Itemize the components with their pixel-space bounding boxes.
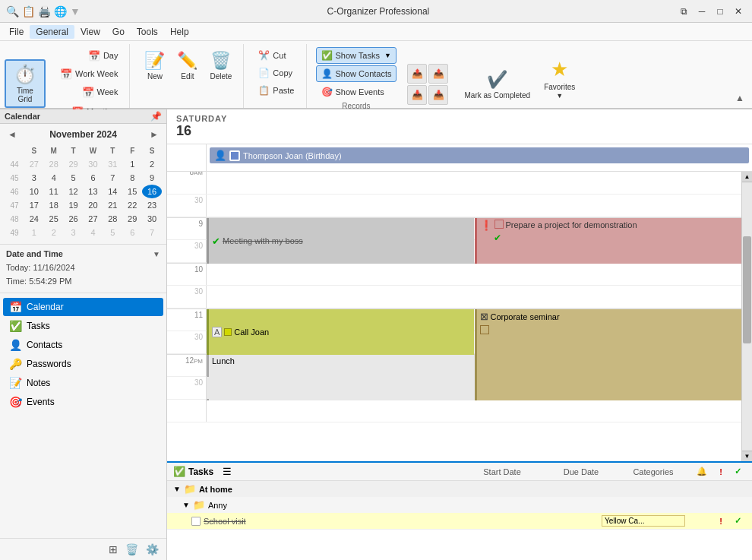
call-event[interactable]: A Call Joan [207, 309, 474, 355]
delete-btn[interactable]: 🗑️ Delete [204, 47, 237, 84]
mini-cal-day[interactable]: 29 [64, 157, 84, 171]
menu-help[interactable]: Help [164, 25, 195, 39]
mini-cal-day[interactable]: 3 [24, 171, 44, 185]
left-toolbar-btn1[interactable]: ⊞ [107, 542, 119, 557]
close-btn[interactable]: ✕ [731, 4, 746, 19]
next-month-btn[interactable]: ► [147, 128, 162, 141]
mini-cal-day[interactable]: 27 [24, 157, 44, 171]
mini-cal-day[interactable]: 3 [64, 226, 84, 239]
favorites-btn[interactable]: ★ Favorites▼ [539, 54, 580, 103]
pin-icon[interactable]: 📌 [150, 111, 162, 122]
mini-cal-day[interactable]: 28 [103, 212, 122, 226]
nav-calendar[interactable]: 📅 Calendar [3, 298, 163, 316]
mini-cal-day[interactable]: 23 [142, 198, 162, 212]
mini-cal-day[interactable]: 28 [44, 157, 64, 171]
nav-notes[interactable]: 📝 Notes [3, 374, 163, 392]
mini-cal-day[interactable]: 7 [103, 171, 122, 185]
tasks-dropdown-icon[interactable]: ▼ [384, 52, 391, 59]
mini-cal-day[interactable]: 30 [142, 212, 162, 226]
prev-month-btn[interactable]: ◄ [5, 128, 20, 141]
mini-cal-day[interactable]: 4 [84, 226, 103, 239]
mini-cal-day[interactable]: 19 [64, 198, 84, 212]
new-btn[interactable]: 📝 New [139, 47, 170, 84]
mini-cal-day[interactable]: 9 [142, 171, 162, 185]
mini-cal-day[interactable]: 5 [64, 171, 84, 185]
mini-cal-day[interactable]: 13 [84, 185, 103, 198]
menu-file[interactable]: File [3, 25, 30, 39]
restore-btn[interactable]: ⧉ [676, 4, 691, 19]
menu-go[interactable]: Go [106, 25, 131, 39]
scroll-handle[interactable] [743, 236, 751, 343]
copy-btn[interactable]: 📄 Copy [253, 65, 298, 81]
seminar-event[interactable]: ⊠ Corporate seminar [475, 309, 742, 400]
week-btn[interactable]: 📅 Week [77, 84, 124, 100]
workweek-btn[interactable]: 📅 Work Week [55, 65, 123, 82]
mini-cal-day[interactable]: 24 [24, 212, 44, 226]
scroll-down-btn[interactable]: ▼ [742, 451, 752, 461]
mini-cal-day[interactable]: 1 [24, 226, 44, 239]
window-controls[interactable]: ⧉ ─ □ ✕ [676, 4, 746, 19]
paste-btn[interactable]: 📋 Paste [253, 82, 299, 99]
mini-cal-day[interactable]: 25 [44, 212, 64, 226]
menu-general[interactable]: General [30, 25, 74, 39]
timegrid-btn[interactable]: ⏱️ TimeGrid [5, 59, 46, 108]
mini-cal-day[interactable]: 26 [64, 212, 84, 226]
cut-btn[interactable]: ✂️ Cut [253, 47, 291, 64]
mini-cal-day[interactable]: 4 [44, 171, 64, 185]
day-btn[interactable]: 📅 Day [83, 47, 124, 64]
mini-cal-day[interactable]: 14 [103, 185, 122, 198]
vertical-scrollbar[interactable]: ▲ ▼ [741, 172, 752, 461]
birthday-event[interactable]: 👤 Thompson Joan (Birthday) [210, 147, 749, 163]
mini-cal-day[interactable]: 2 [142, 157, 162, 171]
menu-view[interactable]: View [74, 25, 106, 39]
mini-cal-day[interactable]: 20 [84, 198, 103, 212]
mini-cal-day[interactable]: 6 [122, 226, 142, 239]
mini-cal-day[interactable]: 15 [122, 185, 142, 198]
mini-cal-day[interactable]: 1 [122, 157, 142, 171]
mark-completed-btn[interactable]: ✔️ Mark as Completed [459, 66, 536, 103]
mini-cal-day[interactable]: 7 [142, 226, 162, 239]
mini-cal-day[interactable]: 8 [122, 171, 142, 185]
task-group-header-athome[interactable]: ▼ 📁 At home [167, 481, 752, 497]
minimize-btn[interactable]: ─ [694, 4, 709, 19]
mini-cal-day[interactable]: 22 [122, 198, 142, 212]
show-events-btn[interactable]: 🎯 Show Events [316, 84, 390, 100]
show-contacts-btn[interactable]: 👤 Show Contacts [316, 65, 397, 82]
tasks-filter-icon[interactable]: ☰ [223, 466, 232, 477]
project-event[interactable]: ❗ Prepare a project for demonstration ✔ [475, 218, 742, 264]
action-icon-3[interactable]: 📥 [407, 85, 427, 105]
mini-cal-day[interactable]: 2 [44, 226, 64, 239]
mini-cal-day[interactable]: 17 [24, 198, 44, 212]
nav-passwords[interactable]: 🔑 Passwords [3, 355, 163, 373]
scroll-up-btn[interactable]: ▲ [742, 172, 752, 182]
action-icon-2[interactable]: 📤 [428, 64, 448, 84]
left-toolbar-btn2[interactable]: 🗑️ [124, 542, 140, 557]
left-toolbar-settings[interactable]: ⚙️ [144, 542, 160, 557]
nav-contacts[interactable]: 👤 Contacts [3, 336, 163, 354]
show-tasks-btn[interactable]: ✅ Show Tasks ▼ [316, 47, 397, 64]
task-row-schoolvisit[interactable]: School visit Yellow Ca... ! ✓ [167, 513, 752, 530]
mini-cal-day[interactable]: 16 [142, 185, 162, 198]
mini-cal-day[interactable]: 29 [122, 212, 142, 226]
nav-tasks[interactable]: ✅ Tasks [3, 317, 163, 335]
mini-cal-day[interactable]: 11 [44, 185, 64, 198]
ribbon-collapse-btn[interactable]: ▲ [732, 91, 747, 105]
edit-btn[interactable]: ✏️ Edit [172, 47, 203, 84]
mini-cal-day[interactable]: 27 [84, 212, 103, 226]
task-subgroup-anny[interactable]: ▼ 📁 Anny [167, 497, 752, 513]
mini-cal-day[interactable]: 21 [103, 198, 122, 212]
mini-cal-day[interactable]: 18 [44, 198, 64, 212]
mini-cal-day[interactable]: 6 [84, 171, 103, 185]
mini-cal-day[interactable]: 5 [103, 226, 122, 239]
meeting-event[interactable]: ✔ Meeting with my boss [207, 218, 474, 264]
task-checkbox[interactable] [191, 517, 201, 526]
maximize-btn[interactable]: □ [713, 4, 728, 19]
mini-cal-day[interactable]: 31 [103, 157, 122, 171]
time-grid-scroll[interactable]: 8AM 30 9 [167, 172, 741, 461]
mini-cal-day[interactable]: 30 [84, 157, 103, 171]
action-icon-4[interactable]: 📥 [428, 85, 448, 105]
mini-cal-day[interactable]: 10 [24, 185, 44, 198]
action-icon-1[interactable]: 📤 [407, 64, 427, 84]
mini-cal-day[interactable]: 12 [64, 185, 84, 198]
date-time-header[interactable]: Date and Time ▼ [6, 249, 160, 258]
